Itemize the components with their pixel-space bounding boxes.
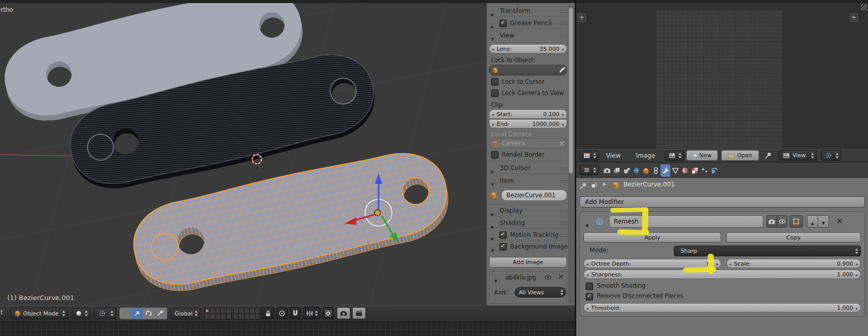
panel-transform[interactable]: Transform (486, 6, 575, 16)
panel-grip-icon[interactable] (560, 233, 568, 237)
panel-grip-icon[interactable] (560, 209, 568, 213)
grease-pencil-checkbox[interactable] (499, 20, 507, 27)
viewport-shading-dropdown[interactable] (72, 308, 90, 319)
orientation-dropdown[interactable]: Global (171, 308, 200, 319)
modifier-move-down-button[interactable] (818, 215, 829, 228)
render-border-checkbox[interactable] (491, 151, 499, 159)
manipulator-toggle-button[interactable] (120, 308, 131, 319)
dropdown-spinner-icon[interactable] (811, 153, 815, 158)
copy-button[interactable]: Copy (726, 232, 861, 242)
modifier-render-visibility-button[interactable] (766, 215, 777, 228)
tab-material[interactable] (680, 164, 690, 177)
dropdown-spinner-icon[interactable] (560, 290, 564, 295)
sharpness-slider[interactable]: Sharpness: 1.000 (583, 270, 861, 279)
modifier-expand-icon[interactable] (586, 219, 589, 229)
slider-left-arrow-icon[interactable] (586, 271, 589, 278)
panel-shading[interactable]: Shading (486, 218, 575, 229)
expand-arrow-icon[interactable] (491, 178, 494, 188)
opengl-render-anim-button[interactable] (352, 307, 366, 319)
dropdown-spinner-icon[interactable] (678, 153, 682, 159)
translate-manipulator-button[interactable] (131, 308, 143, 319)
panel-motion-tracking[interactable]: Motion Tracking (486, 230, 575, 240)
add-modifier-button[interactable]: Add Modifier (579, 196, 865, 208)
pivot-point-dropdown[interactable] (95, 308, 116, 319)
panel-background-images[interactable]: Background Images (486, 242, 575, 252)
tab-render-layers[interactable] (612, 164, 621, 177)
modifier-viewport-visibility-button[interactable] (777, 215, 787, 228)
timeline-strip[interactable] (0, 322, 575, 336)
tab-render[interactable] (602, 164, 612, 177)
tab-object[interactable] (641, 164, 651, 177)
browse-data-icon[interactable] (591, 181, 598, 189)
tab-texture[interactable] (690, 164, 700, 177)
dropdown-spinner-icon[interactable] (593, 167, 597, 173)
uv-properties-panel-toggle[interactable]: + (850, 13, 858, 22)
collapse-arrow-icon[interactable] (491, 220, 494, 230)
panel-view[interactable]: View (486, 31, 575, 41)
lock-camera-checkbox[interactable] (491, 89, 499, 97)
snap-element-dropdown[interactable] (303, 307, 320, 319)
rotate-manipulator-button[interactable] (143, 308, 154, 319)
uv-editor-type-button[interactable] (579, 151, 599, 161)
proportional-edit-button[interactable] (276, 307, 288, 319)
eyedropper-icon[interactable] (558, 67, 565, 73)
layers-grid-1[interactable] (204, 308, 232, 320)
tab-modifiers[interactable] (661, 164, 670, 177)
remove-disconnected-checkbox[interactable] (586, 293, 593, 301)
slider-left-arrow-icon[interactable] (729, 260, 731, 268)
image-new-button[interactable]: + New (686, 150, 718, 161)
clip-end-slider[interactable]: End: 1000.000 (489, 119, 567, 128)
bg-image-expand-icon[interactable] (494, 275, 497, 285)
dropdown-spinner-icon[interactable] (855, 248, 859, 254)
slider-right-arrow-icon[interactable] (562, 121, 564, 128)
modifier-editmode-display-button[interactable] (789, 215, 803, 228)
slider-right-arrow-icon[interactable] (562, 46, 564, 53)
panel-grip-icon[interactable] (560, 9, 568, 13)
slider-left-arrow-icon[interactable] (492, 121, 494, 128)
collapse-arrow-icon[interactable] (491, 208, 494, 218)
lens-slider[interactable]: Lens: 35.000 (489, 44, 567, 53)
collapse-arrow-icon[interactable] (491, 8, 494, 18)
pin-icon[interactable] (764, 152, 772, 159)
tab-particles[interactable] (700, 164, 709, 177)
add-image-button[interactable]: Add Image (489, 257, 567, 268)
motion-tracking-checkbox[interactable] (499, 231, 507, 239)
dropdown-spinner-icon[interactable] (62, 311, 66, 316)
mode-dropdown[interactable]: Object Mode (10, 308, 68, 319)
uv-view-menu[interactable]: View (606, 152, 620, 159)
dropdown-spinner-icon[interactable] (836, 153, 839, 158)
tab-scene[interactable] (621, 164, 631, 177)
dropdown-spinner-icon[interactable] (593, 153, 597, 159)
uv-image-menu[interactable]: Image (636, 152, 655, 159)
smooth-shading-checkbox[interactable] (586, 283, 593, 290)
axis-dropdown[interactable]: All Views (515, 287, 566, 297)
panel-grip-icon[interactable] (560, 179, 568, 183)
dropdown-spinner-icon[interactable] (315, 310, 318, 316)
dropdown-spinner-icon[interactable] (195, 311, 198, 316)
modifier-delete-icon[interactable]: × (836, 217, 843, 225)
panel-grip-icon[interactable] (560, 34, 568, 38)
modifier-move-up-button[interactable] (807, 215, 818, 228)
clip-start-slider[interactable]: Start: 0.100 (489, 109, 567, 119)
dropdown-spinner-icon[interactable] (110, 311, 114, 316)
panel-grip-icon[interactable] (560, 22, 568, 26)
lock-to-object-field[interactable] (489, 65, 567, 76)
panel-display[interactable]: Display (486, 206, 575, 216)
slider-left-arrow-icon[interactable] (492, 111, 494, 118)
slider-right-arrow-icon[interactable] (856, 260, 858, 268)
scale-manipulator-button[interactable] (154, 308, 165, 319)
scale-slider[interactable]: Scale: 0.900 (726, 259, 861, 268)
layers-grid-2[interactable] (233, 308, 260, 320)
slider-right-arrow-icon[interactable] (716, 260, 719, 268)
tab-physics[interactable] (709, 164, 719, 177)
tab-constraints[interactable] (651, 164, 661, 177)
panel-grip-icon[interactable] (560, 166, 568, 171)
panel-grip-icon[interactable] (560, 245, 568, 249)
n-panel-scrollbar-thumb[interactable] (569, 7, 573, 174)
slider-right-arrow-icon[interactable] (856, 271, 858, 278)
opengl-render-button[interactable] (337, 307, 350, 319)
tab-world[interactable] (631, 164, 641, 177)
slider-left-arrow-icon[interactable] (586, 260, 589, 268)
bg-image-remove-icon[interactable]: × (558, 273, 564, 280)
uv-area-resize-corner[interactable] (861, 4, 867, 10)
